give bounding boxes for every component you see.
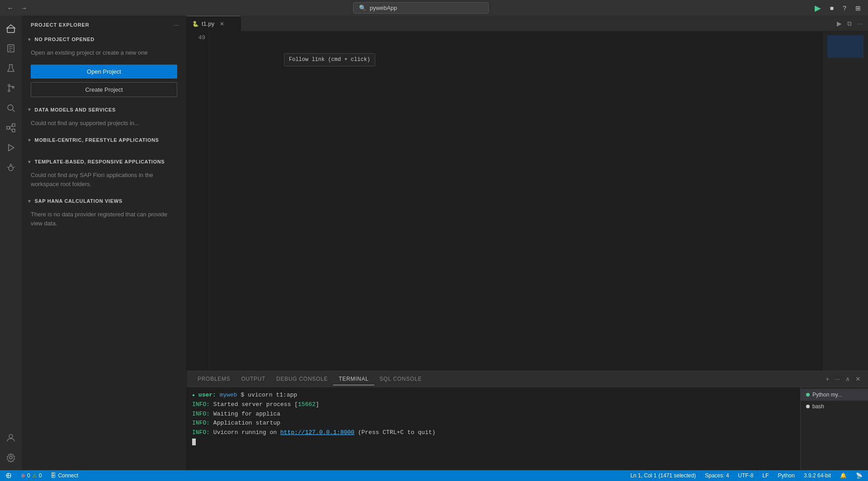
title-bar-right: ▶ ■ ? ⊞ bbox=[812, 1, 863, 15]
section-title-no-project: NO PROJECT OPENED bbox=[35, 37, 94, 42]
back-button[interactable]: ← bbox=[5, 3, 16, 14]
status-position[interactable]: Ln 1, Col 1 (1471 selected) bbox=[628, 472, 698, 479]
layout-button[interactable]: ⊞ bbox=[853, 3, 863, 14]
version-label: 3.9.2 64-bit bbox=[804, 472, 831, 479]
stop-button[interactable]: ■ bbox=[827, 3, 836, 14]
run-editor-button[interactable]: ▶ bbox=[835, 18, 844, 29]
info-label-2: INFO: bbox=[192, 411, 210, 417]
tab-debug-console[interactable]: DEBUG CONSOLE bbox=[271, 373, 333, 385]
tab-bar-actions: ▶ ⧉ ··· bbox=[831, 18, 868, 29]
open-project-button[interactable]: Open Project bbox=[31, 65, 177, 79]
tab-t1py[interactable]: 🐍 t1.py ✕ bbox=[187, 16, 241, 32]
tab-sql-console[interactable]: SQL CONSOLE bbox=[374, 373, 428, 385]
chevron-down-icon-4: ▼ bbox=[27, 159, 32, 164]
section-title-template-apps: TEMPLATE-BASED, RESPONSIVE APPLICATIONS bbox=[35, 159, 165, 164]
terminal-tabs-right: + ··· ∧ ✕ bbox=[824, 374, 863, 384]
terminal-output[interactable]: ● user: myweb $ uvicorn t1:app INFO: Sta… bbox=[187, 387, 800, 470]
section-header-no-project[interactable]: ▼ NO PROJECT OPENED bbox=[22, 34, 186, 45]
terminal-prompt-symbol: $ bbox=[241, 392, 248, 398]
terminal-text-4: Uvicorn running on http://127.0.0.1:8000… bbox=[213, 429, 436, 436]
tab-output[interactable]: OUTPUT bbox=[236, 373, 271, 385]
error-icon: ⊗ bbox=[21, 472, 25, 479]
sidebar-item-search[interactable] bbox=[2, 99, 20, 117]
section-content-mobile-apps bbox=[22, 145, 186, 156]
status-broadcast[interactable]: 📡 bbox=[854, 472, 864, 479]
main-layout: PROJECT EXPLORER ··· ▼ NO PROJECT OPENED… bbox=[0, 16, 868, 470]
svg-line-16 bbox=[9, 128, 12, 131]
terminal-line-4: INFO: Uvicorn running on http://127.0.0.… bbox=[192, 428, 795, 438]
terminal-more-button[interactable]: ··· bbox=[833, 374, 842, 384]
section-header-hana-views[interactable]: ▼ SAP HANA CALCULATION VIEWS bbox=[22, 196, 186, 206]
svg-line-21 bbox=[13, 167, 15, 168]
line-ending-label: LF bbox=[763, 472, 769, 479]
section-title-mobile-apps: MOBILE-CENTRIC, FREESTYLE APPLICATIONS bbox=[35, 137, 159, 143]
section-header-data-models[interactable]: ▼ DATA MODELS AND SERVICES bbox=[22, 104, 186, 115]
terminal-dir: myweb bbox=[220, 392, 237, 398]
status-spaces[interactable]: Spaces: 4 bbox=[703, 472, 731, 479]
terminal-instance-python[interactable]: Python my... bbox=[801, 389, 868, 401]
terminal-content-area: ● user: myweb $ uvicorn t1:app INFO: Sta… bbox=[187, 387, 868, 470]
notification-icon: 🔔 bbox=[840, 472, 847, 479]
sidebar-header: PROJECT EXPLORER ··· bbox=[22, 16, 186, 34]
tab-problems[interactable]: PROBLEMS bbox=[192, 373, 236, 385]
collapse-terminal-button[interactable]: ∧ bbox=[844, 374, 852, 384]
python-file-icon: 🐍 bbox=[192, 21, 199, 27]
section-header-template-apps[interactable]: ▼ TEMPLATE-BASED, RESPONSIVE APPLICATION… bbox=[22, 156, 186, 167]
sidebar-item-settings[interactable] bbox=[2, 448, 20, 467]
create-project-button[interactable]: Create Project bbox=[31, 82, 177, 97]
status-bar-right: Ln 1, Col 1 (1471 selected) Spaces: 4 UT… bbox=[628, 472, 864, 479]
terminal-cursor-line bbox=[192, 438, 795, 447]
info-label-1: INFO: bbox=[192, 401, 210, 408]
svg-rect-12 bbox=[7, 126, 9, 129]
add-terminal-button[interactable]: + bbox=[824, 374, 831, 384]
run-button[interactable]: ▶ bbox=[812, 1, 824, 15]
sidebar-title: PROJECT EXPLORER bbox=[31, 22, 90, 28]
minimap bbox=[823, 32, 868, 371]
svg-line-15 bbox=[9, 125, 12, 128]
more-editor-button[interactable]: ··· bbox=[855, 18, 864, 29]
terminal-prompt-line: ● user: myweb $ uvicorn t1:app bbox=[192, 391, 795, 400]
sidebar-item-run[interactable] bbox=[2, 139, 20, 157]
chevron-down-icon-2: ▼ bbox=[27, 107, 32, 112]
split-editor-button[interactable]: ⧉ bbox=[845, 18, 854, 29]
status-language[interactable]: Python bbox=[776, 472, 797, 479]
title-bar-left: ← → bbox=[5, 3, 30, 14]
tab-close-t1py[interactable]: ✕ bbox=[219, 20, 225, 28]
sidebar-item-flask[interactable] bbox=[2, 59, 20, 77]
status-errors[interactable]: ⊗ 0 ⚠ 0 bbox=[19, 472, 43, 479]
tab-label-t1py: t1.py bbox=[202, 20, 214, 27]
sidebar-item-account[interactable] bbox=[2, 429, 20, 447]
terminal-user: user: bbox=[198, 392, 216, 398]
sidebar-item-git[interactable] bbox=[2, 79, 20, 97]
status-encoding[interactable]: UTF-8 bbox=[736, 472, 755, 479]
close-terminal-button[interactable]: ✕ bbox=[854, 374, 863, 384]
terminal-panel: PROBLEMS OUTPUT DEBUG CONSOLE TERMINAL S… bbox=[187, 371, 868, 470]
forward-button[interactable]: → bbox=[18, 3, 30, 14]
sidebar-more-button[interactable]: ··· bbox=[172, 20, 181, 29]
template-apps-text: Could not find any SAP Fiori application… bbox=[31, 171, 177, 188]
activity-bar bbox=[0, 16, 22, 470]
warning-count: 0 bbox=[39, 472, 42, 479]
terminal-cursor bbox=[192, 439, 196, 445]
tab-terminal[interactable]: TERMINAL bbox=[333, 373, 374, 385]
status-notifications[interactable]: 🔔 bbox=[838, 472, 849, 479]
status-line-ending[interactable]: LF bbox=[761, 472, 771, 479]
status-remote-button[interactable] bbox=[4, 472, 14, 479]
sidebar-item-debug[interactable] bbox=[2, 159, 20, 177]
status-bar: ⊗ 0 ⚠ 0 🗄 Connect Ln 1, Col 1 (1471 sele… bbox=[0, 470, 868, 481]
sidebar-item-connections[interactable] bbox=[2, 119, 20, 137]
global-search-bar[interactable]: 🔍 pywebApp bbox=[353, 2, 489, 14]
python-terminal-label: Python my... bbox=[812, 392, 842, 398]
sidebar-item-explorer[interactable] bbox=[2, 39, 20, 57]
svg-line-11 bbox=[13, 110, 15, 112]
language-label: Python bbox=[778, 472, 795, 479]
terminal-instance-bash[interactable]: bash bbox=[801, 401, 868, 412]
section-header-mobile-apps[interactable]: ▼ MOBILE-CENTRIC, FREESTYLE APPLICATIONS bbox=[22, 135, 186, 145]
help-button[interactable]: ? bbox=[840, 3, 849, 14]
editor-code[interactable] bbox=[209, 32, 823, 371]
status-connect-button[interactable]: 🗄 Connect bbox=[49, 472, 80, 479]
sidebar-item-home[interactable] bbox=[2, 19, 20, 37]
status-version[interactable]: 3.9.2 64-bit bbox=[802, 472, 833, 479]
server-url-link[interactable]: http://127.0.0.1:8000 bbox=[280, 429, 354, 436]
data-models-text: Could not find any supported projects in… bbox=[31, 119, 177, 128]
